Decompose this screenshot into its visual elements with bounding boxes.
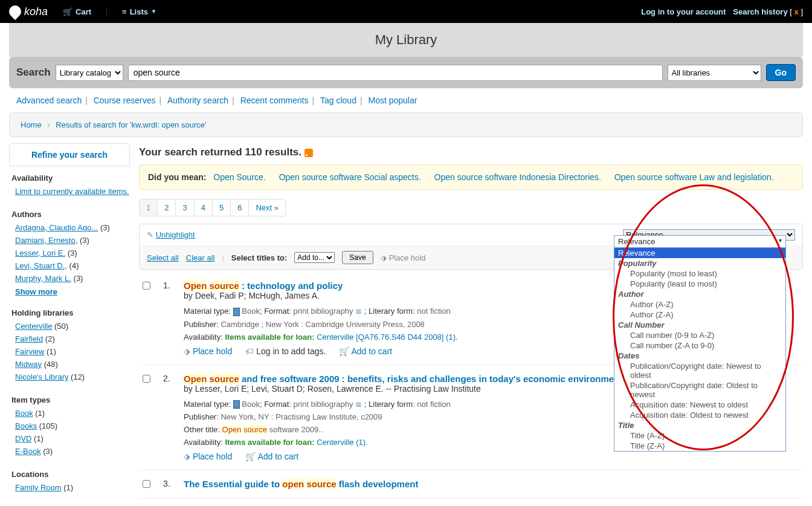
- cart-icon: 🛒: [63, 7, 72, 16]
- search-history-link[interactable]: Search history: [733, 7, 787, 16]
- unhighlight-link[interactable]: Unhighlight: [156, 230, 195, 239]
- koha-logo[interactable]: koha: [9, 5, 48, 18]
- facet-count: (1): [44, 347, 56, 356]
- facet-link[interactable]: E-Book: [15, 447, 41, 456]
- advanced-search-link[interactable]: Advanced search: [16, 96, 82, 105]
- add-to-cart-link[interactable]: 🛒 Add to cart: [245, 452, 298, 461]
- page-item[interactable]: 3: [175, 199, 194, 216]
- separator: |: [222, 253, 224, 262]
- facet-link[interactable]: Lesser, Lori E.: [15, 248, 65, 258]
- cart-icon: 🛒: [245, 452, 256, 461]
- sort-option[interactable]: Title (Z-A): [614, 441, 785, 451]
- facet-link[interactable]: DVD: [15, 434, 31, 443]
- place-hold-toolbar[interactable]: ⬗ Place hold: [381, 253, 426, 262]
- facet-item: Nicole's Library (12): [15, 371, 130, 383]
- breadcrumb-home[interactable]: Home: [21, 120, 42, 129]
- sort-option[interactable]: Acquisition date: Oldest to newest: [614, 410, 785, 420]
- facet-link[interactable]: Damiani, Ernesto,: [15, 236, 77, 245]
- facet-title: Item types: [9, 393, 130, 407]
- result-title-link[interactable]: Open source and free software 2009 : ben…: [184, 374, 622, 384]
- most-popular-link[interactable]: Most popular: [368, 96, 417, 105]
- authority-search-link[interactable]: Authority search: [167, 96, 228, 105]
- search-input[interactable]: [128, 65, 663, 81]
- search-go-button[interactable]: Go: [766, 64, 796, 81]
- clear-all-link[interactable]: Clear all: [186, 253, 215, 262]
- login-link[interactable]: Log in to your account: [641, 7, 726, 16]
- facet-link[interactable]: Levi, Stuart D.,: [15, 261, 67, 270]
- result-checkbox[interactable]: [143, 282, 150, 290]
- facet-link[interactable]: Midway: [15, 360, 42, 369]
- logo-icon: [7, 3, 24, 20]
- place-hold-link[interactable]: ⬗ Place hold: [184, 346, 232, 356]
- suggestion-link[interactable]: Open source software Social aspects.: [279, 172, 421, 182]
- page-item[interactable]: 4: [194, 199, 213, 216]
- catalog-type-select[interactable]: Library catalog: [56, 65, 123, 81]
- facet-link[interactable]: Family Room: [15, 483, 62, 492]
- sort-option[interactable]: Acquisition date: Newest to oldest: [614, 400, 785, 410]
- facets-container: AvailabilityLimit to currently available…: [9, 166, 130, 499]
- did-you-mean-box: Did you mean: Open Source. Open source s…: [139, 164, 803, 190]
- recent-comments-link[interactable]: Recent comments: [240, 96, 309, 105]
- sort-option[interactable]: Call number (Z-A to 9-0): [614, 340, 785, 351]
- chevron-down-icon: ▼: [151, 8, 156, 15]
- pagination: 123456Next »: [139, 199, 803, 216]
- facet-item: Ardagna, Claudio Ago... (3): [15, 221, 130, 234]
- cart-link[interactable]: 🛒 Cart: [63, 7, 91, 16]
- sort-option[interactable]: Author (Z-A): [614, 310, 785, 320]
- result-body: The Essential guide to open source flash…: [184, 479, 803, 490]
- select-all-link[interactable]: Select all: [147, 253, 179, 262]
- lists-dropdown[interactable]: ≡ Lists ▼: [106, 7, 156, 16]
- suggestion-link[interactable]: Open source software Law and legislation…: [614, 172, 774, 182]
- sort-groups: PopularityPopularity (most to least)Popu…: [614, 258, 785, 451]
- sort-option-relevance[interactable]: Relevance: [614, 248, 785, 258]
- add-to-cart-link[interactable]: 🛒 Add to cart: [339, 346, 392, 356]
- result-title-link[interactable]: Open source : technology and policy: [184, 281, 343, 291]
- course-reserves-link[interactable]: Course reserves: [94, 96, 156, 105]
- tag-cloud-link[interactable]: Tag cloud: [320, 96, 356, 105]
- page-item[interactable]: 6: [230, 199, 249, 216]
- result-checkbox[interactable]: [143, 375, 150, 383]
- facet-link[interactable]: Ardagna, Claudio Ago...: [15, 223, 98, 232]
- place-hold-link[interactable]: ⬗ Place hold: [184, 452, 232, 461]
- library-select[interactable]: All libraries: [668, 65, 761, 81]
- sort-option[interactable]: Call number (0-9 to A-Z): [614, 330, 785, 340]
- topbar-left: koha 🛒 Cart ≡ Lists ▼: [9, 5, 156, 18]
- facet-link[interactable]: Nicole's Library: [15, 372, 68, 381]
- sort-option[interactable]: Publication/Copyright date: Newest to ol…: [614, 361, 785, 380]
- facet-link[interactable]: Murphy, Mark L.: [15, 274, 71, 283]
- add-to-select[interactable]: Add to...: [294, 252, 335, 263]
- rss-icon[interactable]: [304, 149, 313, 157]
- save-button[interactable]: Save: [342, 251, 373, 264]
- facet-link[interactable]: Limit to currently available items.: [15, 187, 129, 196]
- clear-history-link[interactable]: x: [794, 7, 799, 16]
- sort-option[interactable]: Popularity (least to most): [614, 279, 785, 289]
- hold-icon: ⬗: [184, 346, 190, 356]
- sort-current-value[interactable]: Relevance ▾: [614, 236, 785, 248]
- lists-label: Lists: [130, 7, 148, 16]
- result-checkbox[interactable]: [143, 480, 150, 488]
- bracket-open: [: [790, 7, 794, 16]
- book-icon: [233, 308, 240, 316]
- facet-link[interactable]: Fairview: [15, 347, 44, 356]
- facet-title: Holding libraries: [9, 306, 130, 320]
- page-item[interactable]: Next »: [248, 199, 286, 216]
- facet-item: Books (105): [15, 420, 130, 432]
- page-item[interactable]: 2: [157, 199, 176, 216]
- sort-option[interactable]: Title (A-Z): [614, 430, 785, 441]
- facet-count: (2): [43, 334, 55, 343]
- breadcrumb-current[interactable]: Results of search for 'kw,wrdl: open sou…: [56, 120, 206, 129]
- facet-link[interactable]: Fairfield: [15, 334, 43, 343]
- facet-link[interactable]: Book: [15, 409, 33, 418]
- sort-option[interactable]: Popularity (most to least): [614, 268, 785, 279]
- suggestion-link[interactable]: Open source software Indonesia Directori…: [434, 172, 601, 182]
- sort-option[interactable]: Publication/Copyright date: Oldest to ne…: [614, 380, 785, 400]
- cart-icon: 🛒: [339, 346, 349, 356]
- facet-link[interactable]: Books: [15, 421, 37, 430]
- sort-dropdown-open[interactable]: Relevance ▾ Relevance PopularityPopulari…: [614, 235, 786, 452]
- suggestion-link[interactable]: Open Source.: [213, 172, 265, 182]
- result-title-link[interactable]: The Essential guide to open source flash…: [184, 479, 418, 489]
- sort-option[interactable]: Author (A-Z): [614, 299, 785, 310]
- show-more-link[interactable]: Show more: [15, 287, 57, 296]
- page-item[interactable]: 5: [212, 199, 231, 216]
- facet-link[interactable]: Centerville: [15, 322, 52, 331]
